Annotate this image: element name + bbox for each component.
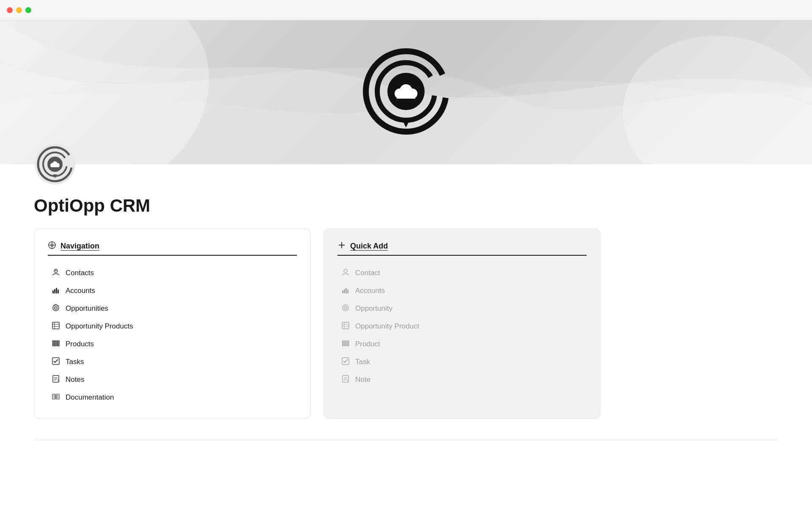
quick-add-opportunity-product[interactable]: Opportunity Product (337, 318, 587, 335)
title-bar (0, 0, 812, 20)
nav-item-products[interactable]: Products (48, 335, 297, 353)
svg-rect-65 (342, 322, 349, 329)
svg-point-64 (345, 307, 346, 308)
navigation-card-header: Navigation (48, 241, 297, 256)
svg-rect-40 (57, 340, 58, 346)
quick-add-contact[interactable]: Contact (337, 264, 587, 282)
quick-add-title: Quick Add (350, 242, 388, 251)
hero-logo-large (359, 45, 453, 140)
svg-rect-72 (347, 340, 348, 346)
quick-add-label-note: Note (355, 375, 370, 384)
nav-label-accounts: Accounts (66, 287, 95, 295)
person-icon (51, 268, 60, 278)
nav-item-opportunity-products[interactable]: Opportunity Products (48, 318, 297, 335)
note-qa-icon (341, 375, 350, 384)
quick-add-label-contact: Contact (355, 269, 380, 277)
quick-add-card-header: Quick Add (337, 241, 587, 256)
svg-rect-27 (54, 289, 55, 293)
nav-item-opportunities[interactable]: Opportunities (48, 300, 297, 318)
svg-rect-73 (348, 340, 349, 346)
quick-add-note[interactable]: Note (337, 371, 587, 389)
navigation-title: Navigation (60, 242, 99, 251)
quick-add-label-opportunity-product: Opportunity Product (355, 322, 419, 331)
svg-point-25 (55, 270, 57, 271)
svg-rect-28 (56, 288, 57, 293)
minimize-button[interactable] (16, 7, 22, 13)
svg-rect-70 (344, 340, 345, 346)
quick-add-card: Quick Add Contact Accounts (324, 229, 601, 419)
svg-rect-61 (347, 290, 348, 293)
quick-add-product[interactable]: Product (337, 335, 587, 353)
quick-add-label-task: Task (355, 358, 370, 366)
quick-add-label-product: Product (355, 340, 380, 348)
nav-label-documentation: Documentation (66, 393, 114, 402)
nav-item-tasks[interactable]: Tasks (48, 353, 297, 371)
quick-add-label-opportunity: Opportunity (355, 304, 392, 313)
svg-marker-7 (402, 119, 410, 127)
svg-rect-60 (346, 288, 347, 293)
svg-rect-33 (52, 322, 59, 329)
svg-rect-71 (345, 340, 346, 346)
svg-point-32 (55, 307, 56, 308)
svg-rect-59 (344, 289, 345, 293)
nav-label-tasks: Tasks (66, 358, 84, 366)
plus-icon (337, 241, 346, 251)
svg-rect-6 (397, 94, 415, 99)
maximize-button[interactable] (25, 7, 31, 13)
notes-nav-icon (51, 375, 60, 384)
navigation-card: Navigation Contacts (34, 229, 311, 419)
nav-item-notes[interactable]: Notes (48, 371, 297, 389)
svg-rect-29 (58, 290, 59, 293)
main-grid: Navigation Contacts (0, 216, 634, 431)
quick-add-accounts[interactable]: Accounts (337, 282, 587, 300)
opportunity-qa-icon (341, 304, 350, 313)
page-title: OptiOpp CRM (34, 196, 778, 216)
nav-item-accounts[interactable]: Accounts (48, 282, 297, 300)
products-nav-icon (51, 340, 60, 349)
small-logo (34, 143, 76, 187)
quick-add-opportunity[interactable]: Opportunity (337, 300, 587, 318)
nav-label-opportunity-products: Opportunity Products (66, 322, 133, 331)
svg-rect-15 (51, 165, 59, 167)
opportunities-nav-icon (51, 304, 60, 313)
quick-add-task[interactable]: Task (337, 353, 587, 371)
product-qa-icon (341, 340, 350, 349)
nav-label-contacts: Contacts (66, 269, 94, 277)
nav-item-contacts[interactable]: Contacts (48, 264, 297, 282)
page-header (0, 143, 812, 187)
nav-item-documentation[interactable]: Documentation (48, 389, 297, 406)
svg-rect-41 (58, 340, 60, 346)
svg-rect-26 (52, 290, 54, 293)
contact-qa-icon (341, 268, 350, 278)
tasks-nav-icon (51, 357, 60, 367)
opp-products-nav-icon (51, 322, 60, 331)
section-divider (34, 440, 778, 440)
svg-rect-39 (55, 340, 57, 346)
compass-icon (48, 241, 56, 251)
svg-rect-38 (54, 340, 55, 346)
quick-add-label-accounts: Accounts (355, 287, 385, 295)
svg-rect-69 (342, 340, 343, 346)
svg-rect-58 (342, 290, 343, 293)
docs-nav-icon (51, 393, 60, 402)
opp-product-qa-icon (341, 322, 350, 331)
accounts-nav-icon (51, 286, 60, 295)
nav-label-opportunities: Opportunities (66, 304, 108, 313)
hero-banner (0, 20, 812, 164)
page-title-area: OptiOpp CRM (0, 196, 812, 216)
nav-label-products: Products (66, 340, 94, 348)
nav-label-notes: Notes (66, 375, 84, 384)
svg-point-57 (344, 269, 347, 273)
accounts-qa-icon (341, 286, 350, 295)
close-button[interactable] (7, 7, 13, 13)
svg-rect-37 (52, 340, 54, 346)
task-qa-icon (341, 357, 350, 367)
